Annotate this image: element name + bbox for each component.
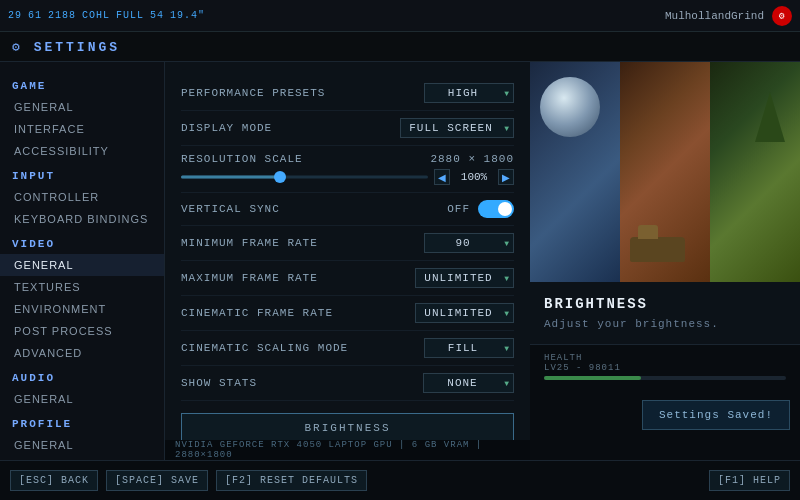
dropdown-wrapper-maxfps: 60 120 144 UNLIMITED (415, 268, 514, 288)
sidebar-item-keyboard[interactable]: KEYBOARD BINDINGS (0, 208, 164, 230)
section-video: VIDEO (0, 230, 164, 254)
label-resolution-scale: RESOLUTION SCALE (181, 153, 303, 165)
f2-reset-button[interactable]: [F2] RESET DEFAULTS (216, 470, 367, 491)
bottombar: [ESC] BACK [SPACE] SAVE [F2] RESET DEFAU… (0, 460, 800, 500)
tree-shape (755, 92, 785, 142)
sidebar-item-controller[interactable]: CONTROLLER (0, 186, 164, 208)
gpu-info-text: NVIDIA GEFORCE RTX 4050 LAPTOP GPU | 6 G… (175, 440, 520, 460)
brightness-panel-desc: Adjust your brightness. (544, 318, 786, 330)
toggle-vsync[interactable] (478, 200, 514, 218)
vehicle-shape (630, 237, 685, 262)
sidebar-item-advanced[interactable]: ADVANCED (0, 342, 164, 364)
bottombar-left: [ESC] BACK [SPACE] SAVE [F2] RESET DEFAU… (10, 470, 367, 491)
label-cinematic-scaling: CINEMATIC SCALING MODE (181, 342, 348, 354)
dropdown-wrapper-minfps: 30 60 90 120 (424, 233, 514, 253)
preview-image-3 (710, 62, 800, 282)
label-display-mode: DISPLAY MODE (181, 122, 272, 134)
moon-shape (540, 77, 600, 137)
dropdown-stats[interactable]: NONE BASIC DETAILED (423, 373, 514, 393)
label-performance-presets: PERFORMANCE PRESETS (181, 87, 325, 99)
control-display-mode: WINDOWED BORDERLESS FULL SCREEN (400, 118, 514, 138)
dropdown-wrapper-stats: NONE BASIC DETAILED (423, 373, 514, 393)
dropdown-cinematicfps[interactable]: 30 60 UNLIMITED (415, 303, 514, 323)
bottombar-right: [F1] HELP (709, 470, 790, 491)
dropdown-maxfps[interactable]: 60 120 144 UNLIMITED (415, 268, 514, 288)
sidebar-item-audio-general[interactable]: GENERAL (0, 388, 164, 410)
setting-performance-presets: PERFORMANCE PRESETS LOW MEDIUM HIGH ULTR… (181, 76, 514, 111)
control-max-fps: 60 120 144 UNLIMITED (415, 268, 514, 288)
control-vertical-sync: OFF (447, 200, 514, 218)
preview-image-2 (620, 62, 710, 282)
setting-cinematic-fps: CINEMATIC FRAME RATE 30 60 UNLIMITED (181, 296, 514, 331)
slider-track (181, 176, 428, 179)
sidebar-item-game-general[interactable]: GENERAL (0, 96, 164, 118)
space-save-button[interactable]: [SPACE] SAVE (106, 470, 208, 491)
dropdown-minfps[interactable]: 30 60 90 120 (424, 233, 514, 253)
health-bar-fill (544, 376, 641, 380)
brightness-button[interactable]: BRIGHTNESS (181, 413, 514, 443)
dropdown-wrapper-presets: LOW MEDIUM HIGH ULTRA (424, 83, 514, 103)
control-cinematic-fps: 30 60 UNLIMITED (415, 303, 514, 323)
esc-back-button[interactable]: [ESC] BACK (10, 470, 98, 491)
sidebar-item-game-interface[interactable]: INTERFACE (0, 118, 164, 140)
f1-help-button[interactable]: [F1] HELP (709, 470, 790, 491)
control-show-stats: NONE BASIC DETAILED (423, 373, 514, 393)
slider-fill (181, 176, 280, 179)
section-profile: PROFILE (0, 410, 164, 434)
preview-image-1 (530, 62, 620, 282)
settings-title: ⚙ SETTINGS (12, 39, 120, 55)
resolution-pct: 100% (456, 171, 492, 183)
dropdown-wrapper-display: WINDOWED BORDERLESS FULL SCREEN (400, 118, 514, 138)
section-audio: AUDIO (0, 364, 164, 388)
brightness-panel: BRIGHTNESS Adjust your brightness. (530, 282, 800, 344)
setting-display-mode: DISPLAY MODE WINDOWED BORDERLESS FULL SC… (181, 111, 514, 146)
setting-min-fps: MINIMUM FRAME RATE 30 60 90 120 (181, 226, 514, 261)
stat-7: 19.4" (170, 10, 205, 21)
brightness-panel-title: BRIGHTNESS (544, 296, 786, 312)
label-vertical-sync: VERTICAL SYNC (181, 203, 280, 215)
stat-2: 61 (28, 10, 42, 21)
health-area: HEALTH LV25 - 98011 (530, 344, 800, 388)
label-min-fps: MINIMUM FRAME RATE (181, 237, 318, 249)
setting-vertical-sync: VERTICAL SYNC OFF (181, 193, 514, 226)
sidebar-item-game-accessibility[interactable]: ACCESSIBILITY (0, 140, 164, 162)
topbar-stats: 29 61 2188 COHL FULL 54 19.4" (8, 10, 205, 21)
resolution-top: RESOLUTION SCALE 2880 × 1800 (181, 153, 514, 165)
slider-thumb[interactable] (274, 171, 286, 183)
gpu-info-bar: NVIDIA GEFORCE RTX 4050 LAPTOP GPU | 6 G… (165, 440, 530, 460)
preview-images (530, 62, 800, 282)
stat-6: 54 (150, 10, 164, 21)
resolution-arrow-right[interactable]: ▶ (498, 169, 514, 185)
setting-max-fps: MAXIMUM FRAME RATE 60 120 144 UNLIMITED (181, 261, 514, 296)
sidebar-item-environment[interactable]: ENVIRONMENT (0, 298, 164, 320)
sidebar: GAME GENERAL INTERFACE ACCESSIBILITY INP… (0, 62, 165, 460)
section-game: GAME (0, 72, 164, 96)
sidebar-item-textures[interactable]: TEXTURES (0, 276, 164, 298)
control-min-fps: 30 60 90 120 (424, 233, 514, 253)
stat-4: COHL (82, 10, 110, 21)
resolution-bottom: ◀ 100% ▶ (181, 169, 514, 185)
topbar-user: MulhollandGrind ⚙ (665, 6, 792, 26)
label-max-fps: MAXIMUM FRAME RATE (181, 272, 318, 284)
setting-show-stats: SHOW STATS NONE BASIC DETAILED (181, 366, 514, 401)
topbar: 29 61 2188 COHL FULL 54 19.4" Mulholland… (0, 0, 800, 32)
sidebar-item-video-general[interactable]: GENERAL (0, 254, 164, 276)
dropdown-scaling[interactable]: FIT FILL STRETCH (424, 338, 514, 358)
health-label: HEALTH (544, 353, 786, 363)
stat-3: 2188 (48, 10, 76, 21)
setting-cinematic-scaling: CINEMATIC SCALING MODE FIT FILL STRETCH (181, 331, 514, 366)
sidebar-item-post-process[interactable]: POST PROCESS (0, 320, 164, 342)
vsync-off-label: OFF (447, 203, 470, 215)
sidebar-item-profile-general[interactable]: GENERAL (0, 434, 164, 456)
resolution-slider[interactable] (181, 172, 428, 182)
main-layout: GAME GENERAL INTERFACE ACCESSIBILITY INP… (0, 62, 800, 460)
dropdown-display[interactable]: WINDOWED BORDERLESS FULL SCREEN (400, 118, 514, 138)
resolution-arrow-left[interactable]: ◀ (434, 169, 450, 185)
section-input: INPUT (0, 162, 164, 186)
dropdown-wrapper-cinematicfps: 30 60 UNLIMITED (415, 303, 514, 323)
user-avatar[interactable]: ⚙ (772, 6, 792, 26)
health-bar-bg (544, 376, 786, 380)
dropdown-presets[interactable]: LOW MEDIUM HIGH ULTRA (424, 83, 514, 103)
toggle-knob-vsync (498, 202, 512, 216)
username-label: MulhollandGrind (665, 10, 764, 22)
